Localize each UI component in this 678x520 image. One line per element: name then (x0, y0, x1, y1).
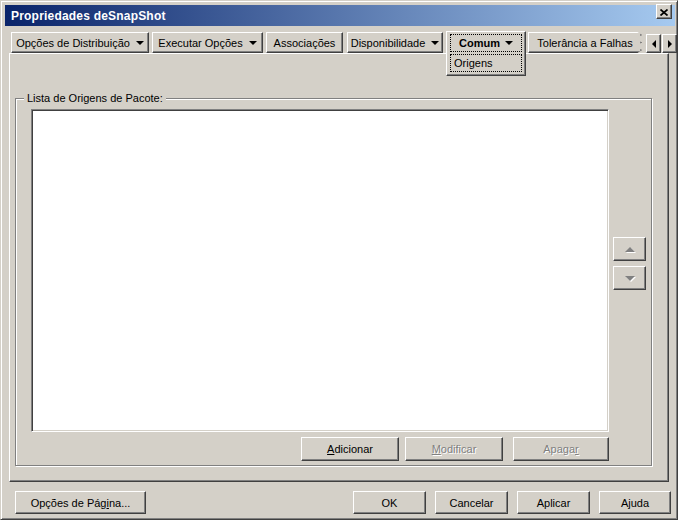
package-source-listbox[interactable] (31, 109, 609, 432)
button-label: Modificar (432, 443, 477, 455)
dropdown-arrow-icon (136, 41, 144, 45)
tab-label: Opções de Distribuição (16, 37, 130, 49)
tab-label: Executar Opções (158, 37, 242, 49)
button-label: Cancelar (449, 497, 493, 509)
move-up-button[interactable] (613, 237, 646, 261)
right-arrow-icon (668, 40, 672, 48)
tab-associacoes[interactable]: Associações (266, 32, 343, 53)
dropdown-arrow-icon (431, 41, 439, 45)
tab-label: Associações (274, 37, 336, 49)
tab-label: Comum (459, 37, 500, 49)
modify-button[interactable]: Modificar (405, 437, 503, 461)
up-arrow-icon (625, 247, 635, 252)
subtab-origens[interactable]: Origens (450, 54, 522, 72)
help-button[interactable]: Ajuda (599, 491, 671, 514)
move-down-button[interactable] (613, 266, 646, 290)
button-label: Aplicar (537, 497, 571, 509)
dialog-window: Propriedades deSnapShot Opções de Distri… (0, 0, 678, 520)
tab-opcoes-de-distribuicao[interactable]: Opções de Distribuição (11, 32, 149, 53)
tab-tolerancia-a-falhas[interactable]: Tolerância a Falhas (528, 32, 642, 53)
button-label: Adicionar (327, 443, 373, 455)
groupbox-label: Lista de Origens de Pacote: (24, 91, 166, 105)
add-button[interactable]: Adicionar (301, 437, 399, 461)
tab-executar-opcoes[interactable]: Executar Opções (152, 32, 263, 53)
left-arrow-icon (652, 40, 656, 48)
down-arrow-icon (625, 276, 635, 281)
apply-button[interactable]: Aplicar (517, 491, 590, 514)
dropdown-arrow-icon (505, 41, 513, 45)
tab-scroll-right-button[interactable] (662, 34, 677, 53)
title-bar: Propriedades deSnapShot (5, 5, 675, 26)
tab-label: Tolerância a Falhas (537, 37, 632, 49)
button-label: Apagar (543, 443, 578, 455)
ok-button[interactable]: OK (353, 491, 426, 514)
tab-scroll-left-button[interactable] (646, 34, 661, 53)
tab-comum-active-block: Comum Origens (446, 31, 526, 76)
subtab-label: Origens (454, 57, 493, 69)
cancel-button[interactable]: Cancelar (435, 491, 508, 514)
delete-button[interactable]: Apagar (513, 437, 609, 461)
close-button[interactable] (656, 4, 672, 19)
button-label: Opções de Página... (31, 497, 131, 509)
tab-comum[interactable]: Comum (450, 34, 522, 52)
dropdown-arrow-icon (249, 41, 257, 45)
button-label: Ajuda (621, 497, 649, 509)
tab-label: Disponibilidade (351, 37, 426, 49)
page-options-button[interactable]: Opções de Página... (15, 491, 146, 514)
button-label: OK (382, 497, 398, 509)
close-icon (660, 6, 668, 18)
tab-disponibilidade[interactable]: Disponibilidade (347, 32, 443, 53)
window-title: Propriedades deSnapShot (11, 9, 166, 23)
